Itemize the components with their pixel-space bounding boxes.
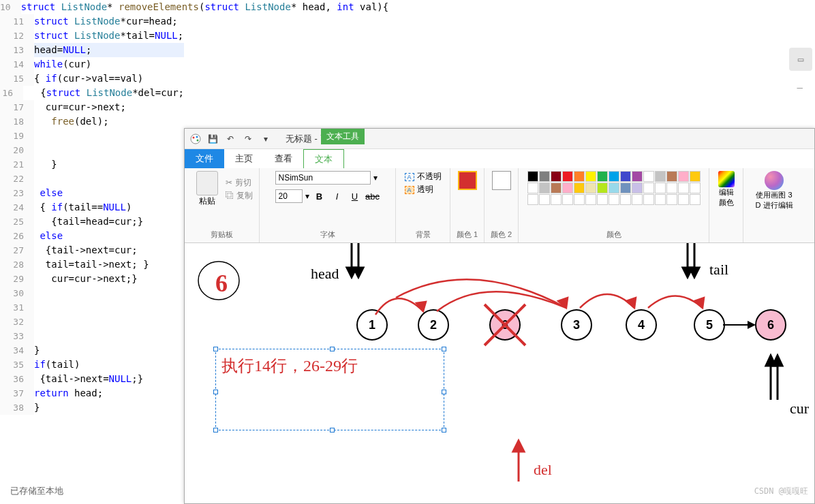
palette-color[interactable] bbox=[562, 183, 573, 193]
size-dropdown-icon[interactable]: ▾ bbox=[305, 191, 309, 201]
code-line-23[interactable]: 23 else bbox=[0, 186, 184, 200]
palette-color[interactable] bbox=[527, 171, 538, 182]
undo-icon[interactable]: ↶ bbox=[224, 133, 236, 145]
palette-color[interactable] bbox=[574, 183, 585, 193]
palette-color[interactable] bbox=[655, 194, 666, 205]
code-line-33[interactable]: 33 bbox=[0, 329, 184, 343]
palette-color[interactable] bbox=[551, 194, 562, 205]
ribbon-tab-text[interactable]: 文本 bbox=[303, 149, 344, 168]
palette-color[interactable] bbox=[678, 194, 689, 205]
ribbon-tab-view[interactable]: 查看 bbox=[264, 149, 303, 168]
palette-color[interactable] bbox=[690, 171, 701, 182]
palette-color[interactable] bbox=[643, 194, 654, 205]
code-line-34[interactable]: 34} bbox=[0, 343, 184, 358]
palette-color[interactable] bbox=[585, 171, 596, 182]
qat-dropdown-icon[interactable]: ▾ bbox=[260, 133, 272, 145]
color1-button[interactable] bbox=[458, 171, 477, 191]
code-line-37[interactable]: 37return head; bbox=[0, 386, 184, 400]
palette-color[interactable] bbox=[620, 183, 631, 193]
code-line-15[interactable]: 15{ if(cur->val==val) bbox=[0, 72, 184, 86]
paint3d-button[interactable]: 使用画图 3 D 进行编辑 bbox=[755, 171, 793, 210]
code-line-24[interactable]: 24 { if(tail==NULL) bbox=[0, 200, 184, 215]
code-line-35[interactable]: 35if(tail) bbox=[0, 358, 184, 372]
palette-color[interactable] bbox=[551, 171, 562, 182]
code-line-16[interactable]: 16 {struct ListNode*del=cur; bbox=[0, 86, 184, 100]
palette-color[interactable] bbox=[597, 171, 608, 182]
text-input-frame[interactable]: 执行14行，26-29行 bbox=[215, 349, 444, 430]
palette-color[interactable] bbox=[539, 171, 550, 182]
palette-color[interactable] bbox=[643, 171, 654, 182]
transparent-option[interactable]: A透明 bbox=[405, 184, 442, 195]
save-icon[interactable]: 💾 bbox=[206, 133, 219, 145]
code-line-10[interactable]: 10struct ListNode* removeElements(struct… bbox=[0, 0, 184, 14]
palette-color[interactable] bbox=[690, 183, 701, 193]
code-line-27[interactable]: 27 {tail->next=cur; bbox=[0, 243, 184, 257]
palette-color[interactable] bbox=[632, 171, 643, 182]
palette-color[interactable] bbox=[527, 194, 538, 205]
palette-color[interactable] bbox=[539, 194, 550, 205]
code-line-11[interactable]: 11struct ListNode*cur=head; bbox=[0, 14, 184, 29]
code-line-18[interactable]: 18 free(del); bbox=[0, 114, 184, 129]
code-line-21[interactable]: 21 } bbox=[0, 157, 184, 172]
palette-color[interactable] bbox=[620, 194, 631, 205]
redo-icon[interactable]: ↷ bbox=[242, 133, 254, 145]
code-line-28[interactable]: 28 tail=tail->next; } bbox=[0, 257, 184, 272]
palette-color[interactable] bbox=[585, 183, 596, 193]
code-line-17[interactable]: 17 cur=cur->next; bbox=[0, 100, 184, 114]
palette-color[interactable] bbox=[562, 171, 573, 182]
paint-canvas[interactable]: 1263456 bbox=[185, 243, 814, 503]
font-name-select[interactable] bbox=[275, 171, 371, 185]
palette-color[interactable] bbox=[690, 194, 701, 205]
code-line-32[interactable]: 32 bbox=[0, 315, 184, 329]
code-line-31[interactable]: 31 bbox=[0, 300, 184, 315]
code-line-19[interactable]: 19 bbox=[0, 129, 184, 143]
code-line-20[interactable]: 20 bbox=[0, 143, 184, 157]
code-line-29[interactable]: 29 cur=cur->next;} bbox=[0, 272, 184, 286]
strike-button[interactable]: abc bbox=[365, 189, 380, 204]
palette-color[interactable] bbox=[609, 171, 619, 182]
ribbon-tab-home[interactable]: 主页 bbox=[224, 149, 264, 168]
italic-button[interactable]: I bbox=[330, 189, 345, 204]
color2-button[interactable] bbox=[492, 171, 511, 191]
palette-color[interactable] bbox=[562, 194, 573, 205]
palette-color[interactable] bbox=[597, 194, 608, 205]
font-size-select[interactable] bbox=[275, 189, 303, 203]
paste-button[interactable]: 粘贴 bbox=[191, 171, 223, 207]
palette-color[interactable] bbox=[632, 194, 643, 205]
bold-button[interactable]: B bbox=[312, 189, 327, 204]
palette-color[interactable] bbox=[609, 183, 619, 193]
opaque-option[interactable]: A不透明 bbox=[405, 171, 442, 183]
palette-color[interactable] bbox=[597, 183, 608, 193]
palette-color[interactable] bbox=[620, 171, 631, 182]
code-line-36[interactable]: 36 {tail->next=NULL;} bbox=[0, 372, 184, 386]
code-line-26[interactable]: 26 else bbox=[0, 229, 184, 243]
palette-color[interactable] bbox=[655, 183, 666, 193]
palette-color[interactable] bbox=[678, 183, 689, 193]
edit-colors-button[interactable]: 编辑 颜色 bbox=[707, 171, 745, 208]
code-line-12[interactable]: 12struct ListNode*tail=NULL; bbox=[0, 29, 184, 43]
code-line-25[interactable]: 25 {tail=head=cur;} bbox=[0, 215, 184, 229]
palette-color[interactable] bbox=[643, 183, 654, 193]
palette-color[interactable] bbox=[585, 194, 596, 205]
palette-color[interactable] bbox=[609, 194, 619, 205]
code-line-38[interactable]: 38} bbox=[0, 400, 184, 415]
palette-color[interactable] bbox=[655, 171, 666, 182]
palette-color[interactable] bbox=[666, 194, 677, 205]
code-line-30[interactable]: 30 bbox=[0, 286, 184, 300]
code-line-13[interactable]: 13head=NULL; bbox=[0, 43, 184, 57]
palette-color[interactable] bbox=[539, 183, 550, 193]
code-line-14[interactable]: 14while(cur) bbox=[0, 57, 184, 72]
palette-color[interactable] bbox=[678, 171, 689, 182]
palette-color[interactable] bbox=[666, 171, 677, 182]
code-editor[interactable]: 10struct ListNode* removeElements(struct… bbox=[0, 0, 184, 477]
palette-color[interactable] bbox=[527, 183, 538, 193]
palette-color[interactable] bbox=[666, 183, 677, 193]
code-line-22[interactable]: 22 bbox=[0, 172, 184, 186]
text-input-content[interactable]: 执行14行，26-29行 bbox=[221, 355, 358, 377]
copy-button[interactable]: ⿻复制 bbox=[226, 190, 253, 202]
palette-color[interactable] bbox=[551, 183, 562, 193]
font-dropdown-icon[interactable]: ▾ bbox=[373, 173, 378, 183]
underline-button[interactable]: U bbox=[348, 189, 363, 204]
palette-color[interactable] bbox=[574, 171, 585, 182]
palette-color[interactable] bbox=[574, 194, 585, 205]
